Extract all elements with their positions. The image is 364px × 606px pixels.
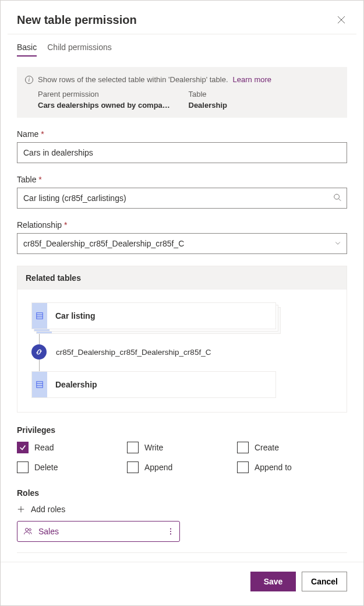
- checkbox[interactable]: [127, 442, 139, 453]
- plus-icon: [17, 505, 25, 513]
- checkbox[interactable]: [237, 461, 249, 473]
- check-icon: [19, 443, 27, 452]
- roles-title: Roles: [17, 488, 347, 498]
- field-name: Name: [17, 129, 347, 163]
- people-icon: [23, 527, 33, 536]
- related-table-top-name: Car listing: [55, 311, 95, 320]
- related-table-bottom-name: Dealership: [55, 380, 97, 389]
- info-message-row: i Show rows of the selected table within…: [25, 75, 339, 84]
- table-label: Table: [17, 175, 347, 184]
- privilege-append-to[interactable]: Append to: [237, 461, 347, 473]
- relation-connector: [39, 360, 40, 371]
- footer: Save Cancel: [1, 562, 363, 605]
- roles-list: Sales: [17, 521, 347, 542]
- table-input[interactable]: [17, 188, 347, 209]
- privilege-write[interactable]: Write: [127, 442, 237, 453]
- learn-more-link[interactable]: Learn more: [233, 75, 271, 84]
- panel-header: New table permission: [1, 1, 363, 34]
- tab-strip: Basic Child permissions: [1, 34, 363, 57]
- relationship-label: Relationship: [17, 220, 347, 230]
- related-table-card-top[interactable]: Car listing: [31, 302, 276, 329]
- table-icon-bg: [32, 372, 47, 397]
- privileges-title: Privileges: [17, 425, 347, 435]
- privilege-label: Append: [144, 463, 172, 472]
- context-info-box: i Show rows of the selected table within…: [17, 67, 347, 118]
- link-icon: [31, 344, 47, 360]
- panel-body: i Show rows of the selected table within…: [1, 57, 363, 562]
- name-label: Name: [17, 129, 347, 139]
- roles-section: Roles Add roles Sales: [17, 488, 347, 542]
- field-table: Table: [17, 175, 347, 209]
- add-roles-button[interactable]: Add roles: [17, 505, 347, 514]
- parent-table-label: Table: [189, 90, 340, 98]
- privilege-label: Read: [34, 443, 54, 452]
- svg-point-16: [170, 533, 171, 534]
- privilege-label: Delete: [34, 463, 58, 472]
- related-tables-header: Related tables: [17, 266, 347, 290]
- privilege-read[interactable]: Read: [17, 442, 127, 453]
- related-tables-section: Related tables Car listing: [17, 266, 347, 413]
- add-roles-label: Add roles: [31, 505, 65, 514]
- role-chip[interactable]: Sales: [17, 521, 180, 542]
- relation-connector: [39, 333, 40, 344]
- close-button[interactable]: [337, 15, 347, 26]
- checkbox[interactable]: [127, 461, 139, 473]
- cancel-button[interactable]: Cancel: [302, 572, 347, 591]
- svg-point-14: [170, 529, 171, 530]
- table-icon-bg: [32, 303, 47, 329]
- parent-permission-value: Cars dealerships owned by compa…: [38, 101, 189, 110]
- role-name: Sales: [38, 527, 59, 536]
- checkbox[interactable]: [17, 461, 29, 473]
- svg-point-15: [170, 531, 171, 532]
- relationship-name: cr85f_Dealership_cr85f_Dealership_cr85f_…: [56, 348, 211, 357]
- relationship-select[interactable]: [17, 233, 347, 254]
- save-button[interactable]: Save: [250, 572, 296, 591]
- privilege-append[interactable]: Append: [127, 461, 237, 473]
- related-table-top-stack: Car listing: [31, 302, 280, 333]
- privileges-grid: ReadWriteCreateDeleteAppendAppend to: [17, 442, 347, 473]
- field-relationship: Relationship: [17, 220, 347, 254]
- table-icon: [36, 312, 44, 320]
- parent-permission-label: Parent permission: [38, 90, 189, 98]
- table-icon: [36, 380, 44, 389]
- svg-rect-4: [37, 313, 43, 319]
- svg-rect-7: [37, 382, 43, 388]
- more-icon[interactable]: [167, 527, 175, 535]
- checkbox[interactable]: [237, 442, 249, 453]
- privilege-label: Create: [255, 443, 279, 452]
- relationship-row: cr85f_Dealership_cr85f_Dealership_cr85f_…: [31, 344, 336, 360]
- svg-point-12: [26, 529, 29, 531]
- related-tables-body: Car listing cr85f_Dealership_cr85f_Deale…: [17, 290, 347, 412]
- privilege-create[interactable]: Create: [237, 442, 347, 453]
- panel-title: New table permission: [17, 13, 137, 27]
- parent-table-value: Dealership: [189, 101, 340, 110]
- privilege-label: Write: [144, 443, 163, 452]
- tab-child-permissions[interactable]: Child permissions: [47, 43, 111, 57]
- info-icon: i: [25, 76, 33, 84]
- privilege-delete[interactable]: Delete: [17, 461, 127, 473]
- tab-basic[interactable]: Basic: [17, 43, 37, 57]
- info-grid: Parent permission Table Cars dealerships…: [38, 90, 339, 110]
- divider: [17, 552, 347, 553]
- related-table-card-bottom[interactable]: Dealership: [31, 371, 276, 398]
- privileges-section: Privileges ReadWriteCreateDeleteAppendAp…: [17, 425, 347, 473]
- close-icon: [337, 15, 346, 24]
- checkbox[interactable]: [17, 442, 29, 453]
- svg-point-13: [29, 529, 31, 531]
- info-message: Show rows of the selected table within '…: [38, 75, 228, 84]
- new-table-permission-panel: New table permission Basic Child permiss…: [0, 0, 364, 606]
- name-input[interactable]: [17, 142, 347, 163]
- privilege-label: Append to: [255, 463, 292, 472]
